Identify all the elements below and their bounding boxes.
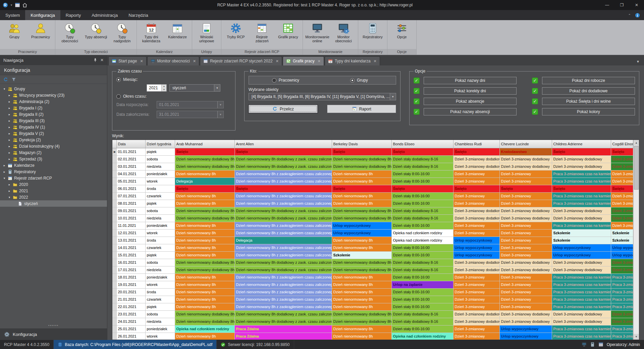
weekday-cell[interactable]: niedziela <box>145 266 175 273</box>
schedule-cell[interactable]: Dzień 3-zmianowy dodatkowy <box>499 214 552 222</box>
schedule-cell[interactable]: Święto <box>611 185 633 192</box>
date-cell[interactable]: 12.01.2021 <box>116 229 145 237</box>
schedule-cell[interactable]: Praca 3-zmianowa czas na karmienie <box>552 178 611 185</box>
tree-item-styczeń[interactable]: styczeń <box>0 200 107 207</box>
spinner-arrows-icon[interactable]: ▲▼ <box>161 85 166 91</box>
schedule-cell[interactable]: Opieka nad członkiem rodziny <box>391 237 453 244</box>
schedule-cell[interactable]: Dzień stały dodatkowy 8-16 <box>391 207 453 214</box>
column-header-cogdill-elnora[interactable]: Cogdill Elnora <box>611 140 633 148</box>
weekday-cell[interactable]: niedziela <box>145 318 175 325</box>
schedule-cell[interactable]: Dzień nienormowany dodatkowy 8h <box>332 207 391 214</box>
schedule-cell[interactable]: Dzień nienormowany dodatkowy 8h <box>175 259 234 266</box>
tree-expand-icon[interactable]: ▸ <box>8 145 11 148</box>
checkbox-checked-icon[interactable]: ✓ <box>532 78 538 84</box>
schedule-cell[interactable]: Praca 3-zmianowa czas na karmienie <box>552 222 611 229</box>
schedule-cell[interactable]: Dzień nienormowany dodatkowy 8h <box>332 318 391 325</box>
schedule-cell[interactable]: Urlop wypoczynkowy <box>611 251 633 259</box>
schedule-cell[interactable]: Dzień 3-zmianowy dodatkowy <box>453 310 499 318</box>
schedule-cell[interactable]: Praca 3-zmianowa czas na karmienie <box>552 296 611 303</box>
date-cell[interactable]: 08.01.2021 <box>116 200 145 207</box>
date-cell[interactable]: 02.01.2021 <box>116 155 145 163</box>
schedule-cell[interactable]: Święto <box>453 148 499 155</box>
schedule-cell[interactable]: Dzień 3-zmianowy dodatkowy <box>499 259 552 266</box>
schedule-cell[interactable]: Szkolenie <box>611 229 633 237</box>
tree-item-brygada-i-2[interactable]: ▸Brygada I (2) <box>0 105 107 111</box>
schedule-cell[interactable]: Dzień 3-zmianowy <box>611 178 633 185</box>
schedule-cell[interactable]: Dzień 3-zmianowy <box>499 237 552 244</box>
schedule-cell[interactable]: Dzień stały dodatkowy 8-16 <box>391 318 453 325</box>
date-cell[interactable]: 23.01.2021 <box>116 310 145 318</box>
minimize-button[interactable]: — <box>600 0 614 10</box>
collapse-ribbon-icon[interactable]: ⌃ <box>628 13 631 17</box>
schedule-cell[interactable]: Dzień nienormowany dodatkowy 8h <box>175 155 234 163</box>
schedule-cell[interactable]: Praca Zdalna <box>234 325 332 333</box>
weekday-cell[interactable]: piątek <box>145 303 175 310</box>
schedule-cell[interactable]: Dzień nienormowany 8h <box>332 325 391 333</box>
date-cell[interactable]: 04.01.2021 <box>116 170 145 178</box>
column-header-berkeley-davis[interactable]: Berkeley Davis <box>332 140 391 148</box>
schedule-cell[interactable]: Dzień nienormowany 8h <box>175 244 234 251</box>
schedule-cell[interactable]: Dzień nienormowany 8h z zaokrągleniem cz… <box>234 288 332 296</box>
schedule-cell[interactable]: Dzień nienormowany 8h <box>175 281 234 288</box>
option-pokaż-święta-i-dni-wolne[interactable]: Pokaż Święta i dni wolne <box>542 98 635 105</box>
schedule-cell[interactable]: Dzień 3-zmianowy <box>499 244 552 251</box>
close-tab-icon[interactable]: ✕ <box>374 59 377 63</box>
schedule-cell[interactable]: Dzień 3-zmianowy <box>453 229 499 237</box>
schedule-cell[interactable]: Dzień 3-zmianowy <box>453 178 499 185</box>
date-cell[interactable]: 15.01.2021 <box>116 251 145 259</box>
schedule-cell[interactable]: Szkolenie <box>552 237 611 244</box>
schedule-cell[interactable]: Dzień 3-zmianowy dodatkowy <box>611 207 633 214</box>
schedule-cell[interactable]: Urlop wypoczynkowy <box>332 222 391 229</box>
weekday-cell[interactable]: wtorek <box>145 178 175 185</box>
tree-item-kalendarze[interactable]: ▸Kalendarze <box>0 162 107 168</box>
vertical-scrollbar[interactable]: ▲ ▼ <box>633 140 639 340</box>
schedule-cell[interactable]: Dzień 3-zmianowy dodatkowy <box>499 155 552 163</box>
schedule-cell[interactable]: Praca 3-zmianowa czas na karmienie <box>552 273 611 281</box>
schedule-cell[interactable]: Święto <box>552 148 611 155</box>
schedule-cell[interactable]: Dzień nienormowany 8h <box>175 273 234 281</box>
schedule-cell[interactable]: Dzień 3-zmianowy dodatkowy <box>499 266 552 273</box>
tree-expand-icon[interactable]: ▸ <box>8 119 11 122</box>
ribbon-button-grafik-pracy[interactable]: Grafik pracy <box>275 22 301 40</box>
schedule-cell[interactable]: Dzień 3-zmianowy dodatkowy <box>611 163 633 170</box>
tree-item-brygada-ii-2[interactable]: ▸Brygada II (2) <box>0 111 107 117</box>
ribbon-button-typy-nadgodzin[interactable]: Typy nadgodzin <box>109 22 135 44</box>
option-pokaż-absencje[interactable]: Pokaż absencje <box>424 98 517 105</box>
weekday-cell[interactable]: sobota <box>145 207 175 214</box>
schedule-cell[interactable]: Delegacja <box>175 178 234 185</box>
schedule-cell[interactable]: Praca 3-zmianowa czas na karmienie <box>611 303 633 310</box>
tree-expand-icon[interactable]: ▸ <box>8 94 11 97</box>
tab-overflow-icon[interactable]: ▼ <box>633 60 643 65</box>
tree-expand-icon[interactable]: ▾ <box>8 196 11 199</box>
option-pokaż-dni-dodatkowe[interactable]: Pokaż dni dodatkowe <box>542 87 635 95</box>
tree-item-brygada-iv-1[interactable]: ▸Brygada IV (1) <box>0 124 107 130</box>
schedule-cell[interactable]: Dzień nienormowany dodatkowy 8h <box>175 214 234 222</box>
tree-expand-icon[interactable]: ▸ <box>8 183 11 186</box>
schedule-cell[interactable]: Urlop wypoczynkowy <box>499 325 552 333</box>
schedule-cell[interactable]: Dzień 3-zmianowy <box>499 222 552 229</box>
schedule-cell[interactable]: Dzień nienormowany dodatkowy 8h <box>332 259 391 266</box>
date-cell[interactable]: 17.01.2021 <box>116 266 145 273</box>
schedule-cell[interactable]: Dzień 3-zmianowy <box>453 200 499 207</box>
schedule-cell[interactable]: Dzień nienormowany 8h <box>175 222 234 229</box>
schedule-cell[interactable]: Dzień 3-zmianowy <box>611 200 633 207</box>
schedule-cell[interactable]: Dzień 3-zmianowy dodatkowy <box>552 207 611 214</box>
schedule-cell[interactable]: Dzień nienormowany 8h <box>332 273 391 281</box>
weekday-cell[interactable]: środa <box>145 237 175 244</box>
status-device-icon[interactable] <box>590 342 595 347</box>
chevron-down-icon[interactable]: ▼ <box>217 111 223 118</box>
schedule-cell[interactable]: Dzień 3-zmianowy dodatkowy <box>499 207 552 214</box>
schedule-cell[interactable]: Dzień nienormowany 8h <box>332 303 391 310</box>
schedule-cell[interactable]: Dzień 3-zmianowy dodatkowy <box>453 207 499 214</box>
schedule-cell[interactable]: Święto <box>453 185 499 192</box>
schedule-cell[interactable]: Dzień 3-zmianowy <box>499 200 552 207</box>
menu-item-konfiguracja[interactable]: Konfiguracja <box>25 10 60 20</box>
date-cell[interactable]: 11.01.2021 <box>116 222 145 229</box>
column-header-arab-muhannad[interactable]: Arab Muhannad <box>175 140 234 148</box>
schedule-cell[interactable]: Święto <box>499 185 552 192</box>
radio-grupy[interactable] <box>350 78 355 83</box>
month-combo[interactable]: styczeń ▼ <box>169 84 220 92</box>
schedule-cell[interactable]: Dzień nienormowany dodatkowy 8h <box>175 207 234 214</box>
schedule-cell[interactable]: Dzień nienormowany 8h z zaokrągleniem cz… <box>234 170 332 178</box>
schedule-cell[interactable]: Dzień stały 8:00-16:00 <box>391 303 453 310</box>
